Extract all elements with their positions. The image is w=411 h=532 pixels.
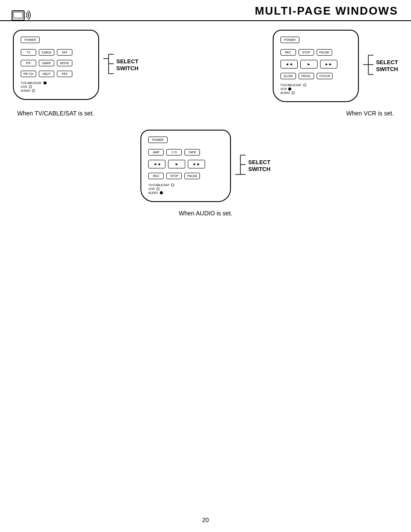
remote3-vcr-dot [156, 187, 159, 190]
remote1-switch-bracket: SELECT SWITCH [103, 50, 138, 80]
remote1-row3: PIP CH HELP FRZ [21, 71, 91, 77]
remote1-row2: PIP SWAP MOVE [21, 60, 91, 66]
remote3-power-btn: POWER [148, 137, 167, 143]
remote3-amp: AMP [148, 149, 164, 156]
remote3-vcr-label: VCR [148, 187, 155, 190]
remote1-power-row: POWER [21, 37, 91, 43]
remote2-ff: ►► [320, 60, 337, 68]
main-content: POWER TV CABLE SAT PIP SWAP MOVE PIP CH … [0, 21, 411, 238]
bottom-caption-row: When AUDIO is set. [13, 206, 398, 230]
remote3-switch-bracket: SELECT SWITCH [235, 151, 270, 181]
remote1-tvcablesat-label: TV/CABLE/SAT [21, 81, 42, 84]
remote3-play: ► [168, 160, 185, 168]
select-label3-line2: SWITCH [248, 166, 270, 173]
remote3-rew: ◄◄ [148, 160, 165, 168]
remote3-pause: PAUSE [184, 173, 200, 179]
remote1-cable: CABLE [39, 49, 54, 56]
remote1-move: MOVE [57, 60, 72, 66]
remote3-ff: ►► [188, 160, 205, 168]
remote2-row2: ◄◄ ► ►► [280, 60, 351, 68]
remote3: POWER AMP C D TAPE ◄◄ ► ►► REC STOP PAUS… [140, 130, 231, 202]
remote1-vcr-label: VCR [21, 85, 27, 88]
remote3-bracket-svg [235, 151, 246, 181]
remote1-sat: SAT [57, 49, 72, 56]
bottom-remote-row: POWER AMP C D TAPE ◄◄ ► ►► REC STOP PAUS… [13, 130, 398, 202]
remote2-vcr-dot [288, 87, 291, 90]
remote3-row2: ◄◄ ► ►► [148, 160, 223, 168]
remote1-ind-tvcablesat: TV/CABLE/SAT [21, 81, 91, 84]
remote1-audio-label: AUDIO [21, 89, 30, 92]
select-label2-line1: SELECT [376, 59, 398, 66]
remote3-ind-audio: AUDIO [148, 191, 223, 194]
remote2-rew: ◄◄ [280, 60, 298, 68]
remote1: POWER TV CABLE SAT PIP SWAP MOVE PIP CH … [13, 30, 99, 100]
remote2-rec: REC [280, 49, 296, 56]
remote2-ind-vcr: VCR [280, 87, 351, 90]
remote3-indicators: TV/CABLE/SAT VCR AUDIO [148, 184, 223, 194]
select-label3-line1: SELECT [248, 159, 270, 166]
remote2-play: ► [300, 60, 318, 68]
remote2-prog: PROG. [299, 73, 314, 79]
remote3-row1: AMP C D TAPE [148, 149, 223, 156]
remote1-indicators: TV/CABLE/SAT VCR AUDIO [21, 81, 91, 92]
remote3-cd: C D [166, 149, 182, 156]
page-title: MULTI-PAGE WINDOWS [255, 4, 398, 20]
remote3-tape: TAPE [184, 149, 200, 156]
remote2-bracket-svg [363, 51, 374, 81]
remote3-row3: REC STOP PAUSE [148, 173, 223, 179]
remote3-tvcablesat-dot [171, 184, 174, 187]
remote1-power-btn: POWER [21, 37, 40, 43]
caption3: When AUDIO is set. [179, 210, 232, 217]
caption2: When VCR is set. [346, 110, 394, 117]
remote2-switch-bracket: SELECT SWITCH [363, 51, 398, 81]
remote2-audio-dot [292, 91, 295, 94]
remote1-select-switch-label: SELECT SWITCH [116, 58, 138, 72]
remote1-pip: PIP [21, 60, 36, 66]
remote3-select-switch-label: SELECT SWITCH [248, 159, 270, 172]
remote1-swap: SWAP [39, 60, 54, 66]
remote1-ind-audio: AUDIO [21, 89, 91, 92]
logo [9, 4, 34, 28]
remote2-row1: REC STOP PAUSE [280, 49, 351, 56]
remote1-frz: FRZ [57, 71, 72, 77]
remote2-audio-label: AUDIO [280, 91, 290, 94]
remote3-audio-label: AUDIO [148, 191, 158, 194]
remote3-tvcablesat-label: TV/CABLE/SAT [148, 184, 169, 187]
remote2-vcr-label: VCR [280, 87, 287, 90]
remote2-tvcablesat-label: TV/CABLE/SAT [280, 84, 302, 87]
remote3-stop: STOP [166, 173, 182, 179]
remote3-ind-vcr: VCR [148, 187, 223, 190]
remote2-select-switch-label: SELECT SWITCH [376, 59, 398, 72]
remote2-tvcablesat-dot [303, 84, 306, 87]
remote2-stop: STOP [299, 49, 314, 56]
remote2-ind-audio: AUDIO [280, 91, 351, 94]
remote2-pause: PAUSE [317, 49, 332, 56]
remote2-indicators: TV/CABLE/SAT VCR AUDIO [280, 84, 351, 94]
remote1-container: POWER TV CABLE SAT PIP SWAP MOVE PIP CH … [13, 30, 138, 100]
caption1: When TV/CABLE/SAT is set. [17, 110, 94, 117]
remote2-container: POWER REC STOP PAUSE ◄◄ ► ►► SLOW PROG. … [273, 30, 398, 102]
remote2: POWER REC STOP PAUSE ◄◄ ► ►► SLOW PROG. … [273, 30, 359, 102]
remote1-row1: TV CABLE SAT [21, 49, 91, 56]
remote1-help: HELP [39, 71, 54, 77]
captions-row: When TV/CABLE/SAT is set. When VCR is se… [13, 106, 398, 130]
select-label2-line2: SWITCH [376, 66, 398, 73]
remote3-audio-dot [160, 191, 163, 194]
remote1-ind-vcr: VCR [21, 85, 91, 88]
select-label-line2: SWITCH [116, 65, 138, 72]
remote3-rec: REC [148, 173, 164, 179]
remote2-row3: SLOW PROG. TV/VCR [280, 73, 351, 79]
page-header: MULTI-PAGE WINDOWS [0, 0, 411, 21]
page-number: 20 [0, 516, 411, 523]
remote1-tv: TV [21, 49, 36, 56]
remote3-ind-tvcablesat: TV/CABLE/SAT [148, 184, 223, 187]
remote1-bracket-svg [103, 50, 114, 80]
remote1-tvcablesat-dot [44, 81, 47, 84]
svg-rect-1 [13, 12, 23, 18]
top-remotes-row: POWER TV CABLE SAT PIP SWAP MOVE PIP CH … [13, 30, 398, 102]
remote3-power-row: POWER [148, 137, 223, 143]
remote2-power-row: POWER [280, 37, 351, 43]
remote1-audio-dot [32, 89, 35, 92]
remote2-ind-tvcablesat: TV/CABLE/SAT [280, 84, 351, 87]
remote1-vcr-dot [29, 85, 32, 88]
